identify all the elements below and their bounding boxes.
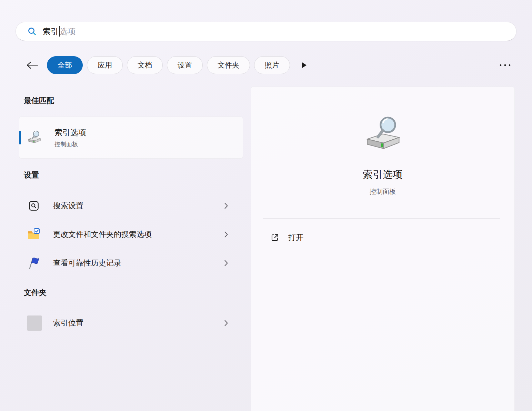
filter-pill-settings[interactable]: 设置	[167, 56, 203, 74]
result-item-search-settings[interactable]: 搜索设置	[19, 191, 243, 220]
folders-result-list: 索引位置	[19, 309, 243, 337]
text-caret	[59, 26, 60, 37]
back-button[interactable]	[24, 58, 40, 72]
divider	[263, 218, 500, 219]
result-item-label: 索引位置	[53, 318, 83, 328]
open-action[interactable]: 打开	[251, 232, 303, 243]
search-input[interactable]: 索引 选项	[16, 22, 516, 41]
selection-accent-bar	[19, 131, 21, 144]
open-action-label: 打开	[288, 232, 303, 243]
indexing-options-icon-large	[362, 114, 403, 156]
folder-search-options-icon	[27, 228, 41, 241]
more-options-button[interactable]	[498, 60, 512, 71]
preview-panel: 索引选项 控制面板 打开	[251, 87, 515, 411]
folder-placeholder-icon	[27, 315, 42, 331]
back-arrow-icon	[26, 61, 39, 69]
settings-section-heading: 设置	[19, 170, 243, 180]
result-item-label: 搜索设置	[53, 201, 83, 211]
filter-pill-folders[interactable]: 文件夹	[207, 56, 250, 74]
preview-subtitle: 控制面板	[251, 187, 514, 196]
expand-filters-button[interactable]	[299, 60, 309, 70]
best-match-text: 索引选项 控制面板	[54, 127, 86, 148]
chevron-right-icon	[224, 260, 228, 267]
chevron-right-icon	[224, 320, 228, 327]
ellipsis-icon	[499, 64, 511, 67]
search-text: 索引 选项	[43, 26, 76, 37]
best-match-heading: 最佳匹配	[19, 96, 243, 106]
results-panel: 最佳匹配 索引选项 控制面板 设置	[19, 87, 243, 337]
best-match-item[interactable]: 索引选项 控制面板	[19, 117, 243, 159]
result-item-label: 更改文件和文件夹的搜索选项	[53, 229, 152, 240]
search-settings-icon	[27, 199, 41, 213]
result-item-index-locations[interactable]: 索引位置	[19, 309, 243, 337]
search-query-text: 索引	[43, 26, 59, 37]
search-icon	[27, 27, 37, 36]
filter-pill-apps[interactable]: 应用	[87, 56, 123, 74]
filter-pill-all[interactable]: 全部	[47, 56, 83, 74]
play-icon	[302, 62, 307, 68]
result-item-folder-search-options[interactable]: 更改文件和文件夹的搜索选项	[19, 220, 243, 249]
result-item-reliability-history[interactable]: 查看可靠性历史记录	[19, 249, 243, 277]
reliability-flag-icon	[27, 256, 41, 270]
settings-result-list: 搜索设置 更改文件和文件夹的搜索选项	[19, 191, 243, 277]
chevron-right-icon	[224, 231, 228, 238]
folders-section-heading: 文件夹	[19, 288, 243, 298]
filter-bar: 全部 应用 文档 设置 文件夹 照片	[0, 56, 532, 74]
filter-pill-photos[interactable]: 照片	[254, 56, 290, 74]
filter-pills: 全部 应用 文档 设置 文件夹 照片	[47, 56, 290, 74]
indexing-options-icon	[26, 130, 42, 146]
chevron-right-icon	[224, 202, 228, 209]
open-external-icon	[270, 233, 279, 242]
best-match-title: 索引选项	[54, 127, 86, 138]
result-item-label: 查看可靠性历史记录	[53, 258, 121, 268]
search-suggestion-text: 选项	[60, 26, 76, 37]
filter-pill-documents[interactable]: 文档	[127, 56, 163, 74]
preview-title: 索引选项	[251, 168, 514, 182]
search-flyout-window: 索引 选项 全部 应用 文档 设置 文件夹 照片	[0, 0, 532, 411]
best-match-subtitle: 控制面板	[54, 140, 86, 148]
